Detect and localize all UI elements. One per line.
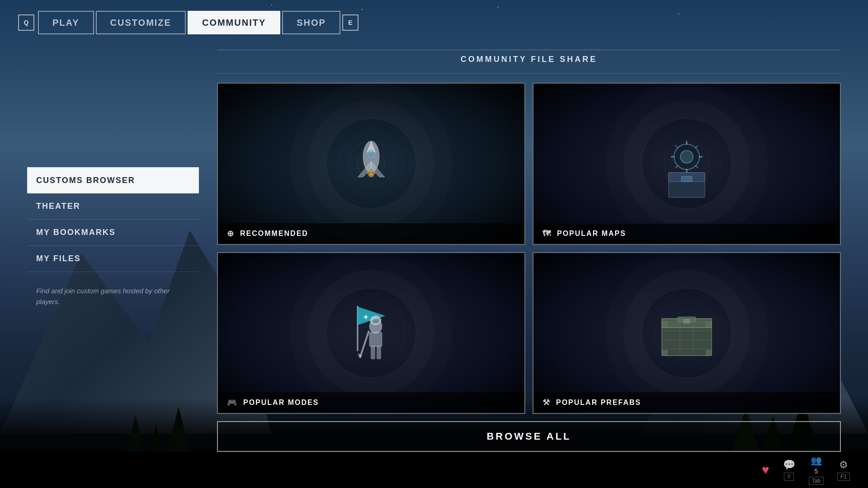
card-maps-bg	[533, 84, 840, 244]
sidebar-item-theater[interactable]: THEATER	[27, 193, 199, 220]
card-maps-label: 🗺 POPULAR MAPS	[533, 224, 840, 244]
players-icon: 👥	[811, 455, 822, 466]
nav-tab-play[interactable]: PLAY	[38, 11, 94, 34]
card-popular-modes[interactable]: ✦	[217, 252, 525, 414]
players-key-badge: Tab	[809, 477, 824, 485]
sidebar-item-customs-browser[interactable]: CUSTOMS BROWSER	[27, 167, 199, 193]
gear-icon: ⚙	[839, 459, 848, 471]
sidebar-item-my-bookmarks[interactable]: MY BOOKMARKS	[27, 220, 199, 246]
nav-tab-community[interactable]: COMMUNITY	[188, 11, 280, 34]
main-content: CUSTOMS BROWSER THEATER MY BOOKMARKS MY …	[0, 50, 868, 452]
chat-key-badge: Y	[784, 473, 794, 481]
nav-key-right: E	[342, 14, 359, 31]
heart-icon: ♥	[762, 463, 769, 477]
card-modes-label: 🎮 POPULAR MODES	[218, 392, 524, 413]
settings-key-badge: F1	[837, 473, 850, 481]
content-area: COMMUNITY FILE SHARE	[217, 50, 841, 452]
top-nav: Q PLAY CUSTOMIZE COMMUNITY SHOP E	[0, 0, 868, 45]
section-title: COMMUNITY FILE SHARE	[217, 50, 841, 74]
nav-key-left: Q	[18, 14, 34, 31]
cards-top-row: ⊕ RECOMMENDED	[217, 83, 841, 245]
card-popular-maps[interactable]: 🗺 POPULAR MAPS	[533, 83, 841, 245]
modes-icon: 🎮	[227, 398, 238, 408]
card-popular-prefabs[interactable]: ⚒ POPULAR PREFABS	[533, 252, 841, 414]
card-recommended-bg	[218, 84, 524, 244]
maps-icon: 🗺	[542, 229, 552, 239]
settings-action[interactable]: ⚙ F1	[837, 459, 850, 481]
sidebar-item-my-files[interactable]: MY FILES	[27, 246, 199, 272]
card-prefabs-bg	[533, 253, 840, 413]
card-modes-bg: ✦	[218, 253, 524, 413]
browse-all-button[interactable]: BROWSE ALL	[217, 421, 841, 452]
sidebar: CUSTOMS BROWSER THEATER MY BOOKMARKS MY …	[27, 50, 199, 452]
card-prefabs-label: ⚒ POPULAR PREFABS	[533, 392, 840, 413]
card-circle-prefabs	[642, 288, 732, 378]
bottom-bar: ♥ 💬 Y 👥 5 Tab ⚙ F1	[0, 452, 868, 488]
cards-bottom-row: ✦	[217, 252, 841, 414]
card-circle-modes	[326, 288, 416, 378]
card-recommended-label: ⊕ RECOMMENDED	[218, 223, 524, 244]
players-indicator[interactable]: 👥 5 Tab	[809, 455, 824, 485]
sidebar-description: Find and join custom games hosted by oth…	[27, 286, 199, 307]
prefabs-icon: ⚒	[542, 398, 551, 408]
recommended-icon: ⊕	[227, 229, 235, 239]
nav-tab-customize[interactable]: CUSTOMIZE	[96, 11, 186, 34]
chat-icon: 💬	[783, 459, 795, 471]
players-count: 5	[814, 468, 818, 475]
nav-tab-shop[interactable]: SHOP	[282, 11, 340, 34]
chat-action[interactable]: 💬 Y	[783, 459, 795, 481]
card-recommended[interactable]: ⊕ RECOMMENDED	[217, 83, 525, 245]
card-circle-maps	[642, 118, 732, 209]
card-circle	[326, 118, 416, 209]
